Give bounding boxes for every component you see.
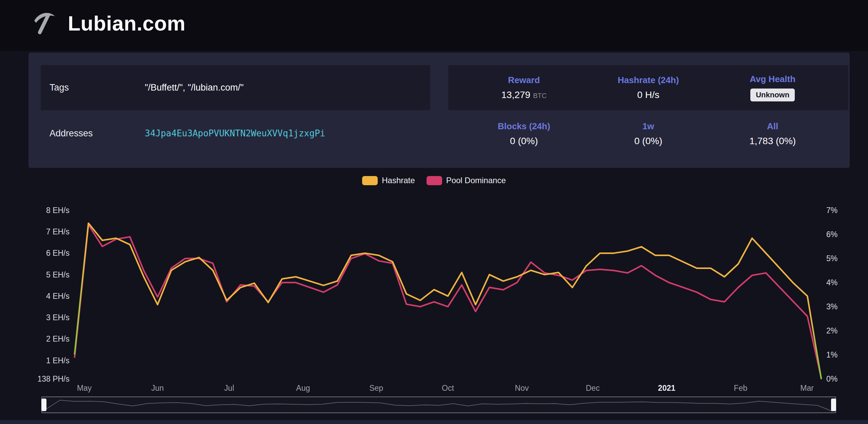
stat-label-reward[interactable]: Reward [462,75,586,85]
x-axis-tick-dec: Dec [586,384,600,393]
y-axis-tick: 7 EH/s [46,227,70,236]
y-axis-tick: 7% [826,206,837,215]
y-axis-tick: 4 EH/s [46,291,70,301]
hashrate-swatch-icon [362,176,378,185]
legend-item-hashrate[interactable]: Hashrate [362,176,415,185]
y-axis-tick: 2 EH/s [46,334,70,344]
x-axis-tick-aug: Aug [296,384,310,393]
btc-unit: BTC [533,92,547,99]
stat-value-hashrate-24h: 0 H/s [586,90,711,100]
tags-value: "/Buffett/", "/lubian.com/" [145,82,243,93]
y-axis-tick: 5% [826,254,837,263]
chart-legend: Hashrate Pool Dominance [0,176,868,185]
stat-label-blocks-24h[interactable]: Blocks (24h) [462,121,586,132]
stat-label-avg-health[interactable]: Avg Health [710,74,835,84]
footer-strip [0,420,868,424]
address-link[interactable]: 34Jpa4Eu3ApoPVUKNTN2WeuXVVq1jzxgPi [145,128,325,138]
x-axis-tick-oct: Oct [442,384,454,393]
y-axis-tick: 6 EH/s [46,249,70,258]
y-axis-tick: 0% [826,374,837,384]
y-axis-right: 7%6%5%4%3%2%1%0% [826,0,867,424]
stat-hashrate-24h: Hashrate (24h) 0 H/s [586,75,711,100]
stat-value-reward: 13,279BTC [462,90,586,100]
y-axis-tick: 8 EH/s [46,206,70,215]
stat-value-avg-health: Unknown [710,89,835,101]
y-axis-tick: 138 PH/s [37,374,70,384]
stats-row-2: Blocks (24h) 0 (0%) 1w 0 (0%) All 1,783 … [448,121,848,147]
stat-label-hashrate-24h[interactable]: Hashrate (24h) [586,75,711,85]
stat-value-blocks-all: 1,783 (0%) [710,136,835,147]
panel-right: Reward 13,279BTC Hashrate (24h) 0 H/s Av… [448,65,848,147]
y-axis-tick: 3% [826,302,837,311]
y-axis-tick: 1% [826,350,837,360]
pool-info-panel: Tags "/Buffett/", "/lubian.com/" Address… [28,53,850,168]
addresses-row: Addresses 34Jpa4Eu3ApoPVUKNTN2WeuXVVq1jz… [41,123,430,143]
tags-row: Tags "/Buffett/", "/lubian.com/" [41,65,430,110]
x-axis-tick-2021: 2021 [658,384,675,393]
chart-range-navigator[interactable] [41,397,836,413]
stat-label-blocks-1w[interactable]: 1w [586,121,711,132]
legend-label-pool-dominance: Pool Dominance [446,176,506,185]
x-axis-tick-nov: Nov [515,384,529,393]
y-axis-tick: 4% [826,278,837,287]
navigator-handle-right[interactable] [831,399,836,411]
legend-item-pool-dominance[interactable]: Pool Dominance [427,176,506,185]
stat-blocks-24h: Blocks (24h) 0 (0%) [462,121,586,147]
stat-blocks-all: All 1,783 (0%) [710,121,835,147]
y-axis-tick: 2% [826,326,837,335]
x-axis-tick-sep: Sep [369,384,383,393]
x-axis-tick-may: May [77,384,92,393]
y-axis-tick: 6% [826,230,837,239]
stat-reward: Reward 13,279BTC [462,75,586,100]
stat-value-blocks-1w: 0 (0%) [586,136,711,147]
chart-plot-area[interactable] [75,210,821,379]
stat-value-blocks-24h: 0 (0%) [462,136,586,147]
y-axis-tick: 5 EH/s [46,270,70,279]
x-axis-tick-mar: Mar [800,384,814,393]
x-axis-tick-jun: Jun [151,384,164,393]
x-axis-tick-jul: Jul [224,384,234,393]
x-axis: MayJunJulAugSepOctNovDec2021FebMar [0,384,868,394]
health-unknown-badge: Unknown [750,89,795,101]
navigator-preview [42,397,835,412]
reward-amount: 13,279 [501,90,531,100]
page-title: Lubian.com [68,12,185,35]
legend-label-hashrate: Hashrate [382,176,415,185]
y-axis-tick: 3 EH/s [46,313,70,322]
panel-left: Tags "/Buffett/", "/lubian.com/" Address… [41,65,430,143]
y-axis-left: 8 EH/s7 EH/s6 EH/s5 EH/s4 EH/s3 EH/s2 EH… [0,0,70,424]
pool-dominance-swatch-icon [427,176,442,185]
stats-row-1: Reward 13,279BTC Hashrate (24h) 0 H/s Av… [448,65,848,110]
stat-avg-health: Avg Health Unknown [710,74,835,101]
y-axis-tick: 1 EH/s [46,356,70,365]
x-axis-tick-feb: Feb [734,384,747,393]
navigator-handle-left[interactable] [41,399,46,411]
stat-blocks-1w: 1w 0 (0%) [586,121,711,147]
lubian-pool-page: Lubian.com Tags "/Buffett/", "/lubian.co… [0,0,868,424]
stat-label-blocks-all[interactable]: All [710,121,835,132]
